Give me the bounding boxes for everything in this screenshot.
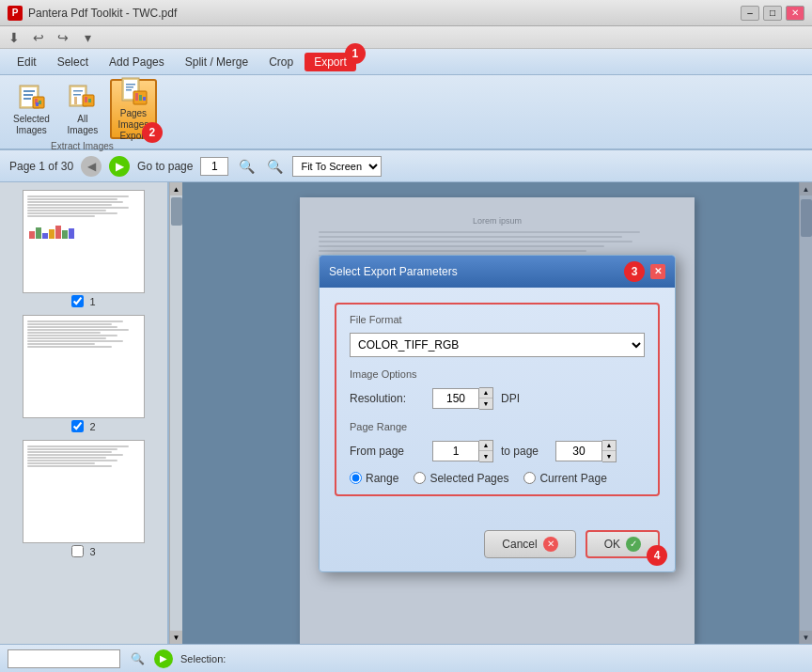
goto-label: Go to page (137, 160, 193, 173)
cancel-button[interactable]: Cancel ✕ (484, 530, 575, 558)
file-format-label: File Format (350, 314, 645, 325)
svg-rect-7 (39, 101, 41, 104)
svg-rect-12 (73, 94, 81, 96)
modal-body: File Format COLOR_TIFF_RGB GRAYSCALE_TIF… (320, 288, 675, 523)
to-down-button[interactable]: ▼ (602, 451, 616, 461)
modal-close-button[interactable]: ✕ (650, 264, 665, 279)
main-content: 1 (0, 182, 812, 644)
selected-images-icon (16, 82, 46, 112)
undo-button[interactable]: ↩ (28, 27, 49, 48)
radio-row: Range Selected Pages Current Page (350, 472, 645, 485)
radio-range[interactable]: Range (350, 472, 398, 485)
search-button[interactable]: 🔍 (128, 649, 147, 668)
ok-icon: ✓ (626, 537, 641, 552)
resolution-spinner-buttons: ▲ ▼ (479, 387, 493, 410)
to-spinner-buttons: ▲ ▼ (602, 440, 617, 462)
app-logo: P (8, 6, 23, 21)
thumbnail-number-2: 2 (89, 421, 95, 432)
qa-dropdown-button[interactable]: ▾ (77, 27, 98, 48)
fit-dropdown[interactable]: Fit To Screen Actual Size Fit Width (292, 156, 382, 177)
thumb-scroll-thumb[interactable] (171, 197, 182, 226)
menu-split-merge[interactable]: Split / Merge (176, 53, 258, 71)
radio-selected-input[interactable] (414, 472, 426, 484)
svg-rect-4 (23, 98, 31, 100)
thumb-scroll-up[interactable]: ▲ (170, 182, 182, 195)
ribbon-group-label: Extract Images (8, 141, 157, 151)
thumbnail-number-3: 3 (89, 546, 95, 557)
zoom-out-button[interactable]: 🔍 (236, 156, 257, 177)
svg-rect-8 (36, 102, 39, 106)
thumb-scrollbar[interactable]: ▲ ▼ (169, 182, 182, 644)
thumbnail-image-2 (23, 315, 145, 418)
search-input[interactable] (8, 649, 120, 668)
page-number-input[interactable] (200, 157, 228, 176)
thumbnail-panel-wrap: 1 (0, 182, 182, 644)
pages-images-icon (118, 76, 148, 106)
step4-badge: 4 (647, 545, 667, 566)
menu-bar: Edit Select Add Pages Split / Merge Crop… (0, 49, 812, 75)
modal-title-bar: Select Export Parameters 3 ✕ (320, 256, 675, 288)
radio-range-input[interactable] (350, 472, 362, 484)
redo-button[interactable]: ↪ (53, 27, 73, 48)
menu-export[interactable]: Export 1 (304, 53, 356, 71)
maximize-button[interactable]: □ (763, 6, 782, 21)
close-button[interactable]: ✕ (786, 6, 804, 21)
thumb-scroll-down[interactable]: ▼ (170, 631, 182, 644)
selected-images-button[interactable]: SelectedImages (8, 79, 55, 139)
radio-selected-pages[interactable]: Selected Pages (414, 472, 508, 485)
svg-rect-16 (74, 97, 77, 104)
all-images-label: AllImages (68, 114, 99, 136)
resolution-down-button[interactable]: ▼ (479, 399, 492, 409)
page-info: Page 1 of 30 (9, 160, 73, 173)
svg-rect-25 (143, 97, 146, 101)
thumbnail-checkbox-2[interactable] (71, 420, 84, 432)
bottom-bar: 🔍 ▶ Selection: (0, 644, 812, 672)
page-range-row: From page ▲ ▼ to page (350, 440, 645, 462)
ribbon-buttons: SelectedImages AllImages (8, 79, 157, 139)
resolution-label: Resolution: (350, 392, 425, 405)
selected-images-label: SelectedImages (13, 114, 50, 136)
from-down-button[interactable]: ▼ (479, 451, 492, 461)
download-button[interactable]: ⬇ (4, 27, 24, 48)
modal-overlay: Select Export Parameters 3 ✕ File Format… (182, 182, 812, 644)
from-page-input[interactable] (432, 441, 479, 461)
menu-add-pages[interactable]: Add Pages (100, 53, 174, 71)
thumbnail-number-1: 1 (89, 296, 95, 307)
thumbnail-panel: 1 (0, 182, 169, 644)
radio-current-input[interactable] (523, 472, 536, 484)
from-up-button[interactable]: ▲ (479, 441, 492, 451)
pages-images-button[interactable]: PagesImagesExport 2 (110, 79, 157, 139)
image-options-label: Image Options (350, 368, 645, 380)
all-images-button[interactable]: AllImages (59, 79, 106, 139)
step1-badge: 1 (345, 43, 366, 64)
thumbnail-image-1 (23, 190, 145, 293)
from-spinner-buttons: ▲ ▼ (479, 440, 493, 462)
thumbnail-checkbox-1[interactable] (71, 295, 84, 307)
resolution-input[interactable] (432, 388, 479, 409)
thumbnail-checkbox-3[interactable] (71, 545, 84, 557)
to-up-button[interactable]: ▲ (602, 441, 616, 451)
minimize-button[interactable]: – (741, 6, 759, 21)
go-button[interactable]: ▶ (154, 649, 173, 668)
svg-rect-23 (135, 93, 138, 101)
menu-crop[interactable]: Crop (259, 53, 303, 71)
menu-edit[interactable]: Edit (8, 53, 46, 71)
thumbnail-image-3 (23, 440, 145, 543)
step3-badge: 3 (624, 261, 645, 282)
page-range-label: Page Range (350, 421, 645, 432)
next-page-button[interactable]: ▶ (109, 156, 130, 177)
zoom-in-button[interactable]: 🔍 (264, 156, 285, 177)
file-format-select[interactable]: COLOR_TIFF_RGB GRAYSCALE_TIFF BMP JPEG P… (350, 333, 645, 357)
menu-select[interactable]: Select (48, 53, 98, 71)
prev-page-button[interactable]: ◀ (81, 156, 102, 177)
svg-rect-2 (23, 90, 35, 92)
ok-button[interactable]: OK ✓ 4 (586, 530, 660, 558)
radio-current-page[interactable]: Current Page (523, 472, 606, 485)
resolution-up-button[interactable]: ▲ (479, 388, 492, 399)
to-page-input[interactable] (555, 441, 602, 461)
to-label: to page (501, 445, 548, 458)
nav-bar: Page 1 of 30 ◀ ▶ Go to page 🔍 🔍 Fit To S… (0, 150, 812, 182)
resolution-row: Resolution: ▲ ▼ DPI (350, 387, 645, 410)
ribbon: SelectedImages AllImages (0, 75, 812, 150)
step2-badge: 2 (142, 122, 163, 143)
